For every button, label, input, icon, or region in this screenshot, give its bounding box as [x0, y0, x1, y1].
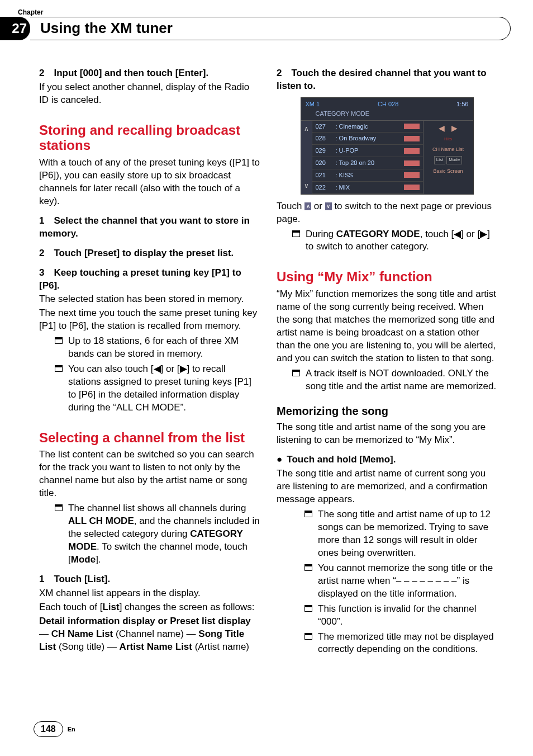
- store-step1: 1 Select the channel that you want to st…: [39, 215, 260, 240]
- memo-note2: You cannot memorize the song title or th…: [277, 562, 497, 601]
- select-note: The channel list shows all channels duri…: [39, 502, 260, 566]
- memo-step: Touch and hold [Memo].: [277, 453, 497, 466]
- store-note2: You can also touch [◀] or [▶] to recall …: [39, 363, 260, 414]
- memo-note1: The song title and artist name of up to …: [277, 508, 497, 560]
- left-triangle-icon: ◀: [154, 363, 161, 374]
- right-triangle-icon: ▶: [180, 363, 187, 374]
- up-arrow-icon[interactable]: ∧: [304, 124, 309, 133]
- ss-row[interactable]: 020: Top 20 on 20: [312, 157, 423, 169]
- note-icon: [55, 337, 63, 344]
- select-step1-body1: XM channel list appears in the display.: [39, 587, 260, 600]
- page-lang: En: [68, 725, 75, 734]
- page-number: 148: [34, 721, 63, 737]
- heading-storing: Storing and recalling broadcast stations: [39, 122, 260, 153]
- store-step3: 3 Keep touching a preset tuning key [P1]…: [39, 267, 260, 292]
- touch-scroll-body: Touch ∧ or ∨ to switch to the next page …: [277, 200, 497, 226]
- ss-right-panel: ◀ ▶ Hits CH Name List List Mode Basic Sc…: [423, 121, 473, 194]
- ss-play-controls[interactable]: ◀ ▶: [439, 123, 458, 134]
- note-icon: [304, 511, 312, 517]
- category-mode-note: During CATEGORY MODE, touch [◀] or [▶] t…: [277, 228, 497, 254]
- note-icon: [304, 564, 312, 571]
- down-arrow-icon[interactable]: ∨: [304, 181, 309, 190]
- chapter-title-pill: Using the XM tuner: [30, 17, 511, 40]
- ss-row[interactable]: 029: U-POP: [312, 145, 423, 157]
- chapter-title: Using the XM tuner: [40, 18, 173, 38]
- select-body: The list content can be switched so you …: [39, 448, 260, 500]
- select-step1-body2: Each touch of [List] changes the screen …: [39, 601, 260, 614]
- heading-mymix: Using “My Mix” function: [277, 269, 497, 285]
- ss-xm-label: XM 1: [306, 100, 320, 108]
- storing-body: With a touch of any of the preset tuning…: [39, 157, 260, 208]
- chapter-number-badge: 27: [0, 17, 30, 40]
- heading-selecting: Selecting a channel from the list: [39, 430, 260, 446]
- ss-scroll-bar[interactable]: ∧ ∨: [301, 121, 312, 194]
- select-step1: 1 Touch [List].: [39, 573, 260, 586]
- right-step2: 2 Touch the desired channel that you wan…: [277, 67, 497, 93]
- heading-memorizing: Memorizing the song: [277, 404, 497, 419]
- step-input-000-body: If you select another channel, display o…: [39, 81, 260, 107]
- ss-hits-label: Hits: [444, 136, 452, 143]
- ss-row[interactable]: 022: MIX: [312, 182, 423, 194]
- xm-screenshot: XM 1 CH 028 1:56 CATEGORY MODE ∧ ∨ 027: …: [301, 97, 474, 195]
- store-step2: 2 Touch [Preset] to display the preset l…: [39, 247, 260, 260]
- scroll-down-icon: ∨: [325, 202, 332, 210]
- store-step3-body1: The selected station has been stored in …: [39, 293, 260, 306]
- select-flow: Detail information display or Preset lis…: [39, 615, 260, 654]
- memo-note3: This function is invalid for the channel…: [277, 603, 497, 629]
- store-note1: Up to 18 stations, 6 for each of three X…: [39, 335, 260, 361]
- note-icon: [55, 365, 63, 372]
- chapter-label: Chapter: [18, 8, 43, 17]
- note-icon: [292, 230, 300, 237]
- ss-basic-button[interactable]: Basic Screen: [433, 168, 463, 174]
- ss-ch-label: CH 028: [378, 100, 398, 108]
- ss-time: 1:56: [456, 100, 468, 108]
- ss-mode-button[interactable]: Mode: [446, 156, 462, 164]
- ss-chname-button[interactable]: CH Name List: [432, 146, 464, 153]
- scroll-up-icon: ∧: [304, 202, 311, 210]
- ss-channel-list: 027: Cinemagic 028: On Broadway 029: U-P…: [312, 121, 423, 194]
- memo-note4: The memorized title may not be displayed…: [277, 631, 497, 656]
- ss-row[interactable]: 027: Cinemagic: [312, 121, 423, 133]
- left-column: 2 Input [000] and then touch [Enter]. If…: [39, 67, 260, 656]
- memo-step-body: The song title and artist name of curren…: [277, 467, 497, 506]
- note-icon: [55, 504, 63, 511]
- ss-list-button[interactable]: List: [434, 156, 445, 164]
- note-icon: [304, 605, 312, 612]
- store-step3-body2: The next time you touch the same preset …: [39, 307, 260, 333]
- right-column: 2 Touch the desired channel that you wan…: [277, 67, 497, 656]
- note-icon: [304, 633, 312, 640]
- right-triangle-icon: ▶: [480, 229, 487, 239]
- page-footer: 148 En: [34, 721, 75, 737]
- chapter-header: 27 Using the XM tuner: [0, 17, 533, 40]
- ss-mode-label: CATEGORY MODE: [301, 110, 473, 121]
- ss-row[interactable]: 021: KISS: [312, 169, 423, 182]
- mymix-note: A track itself is NOT downloaded. ONLY t…: [277, 367, 497, 393]
- ss-row[interactable]: 028: On Broadway: [312, 133, 423, 145]
- memo-body: The song title and artist name of the so…: [277, 421, 497, 447]
- mymix-body: “My Mix” function memorizes the song tit…: [277, 288, 497, 365]
- step-input-000: 2 Input [000] and then touch [Enter].: [39, 67, 260, 80]
- note-icon: [292, 370, 300, 376]
- left-triangle-icon: ◀: [454, 229, 461, 239]
